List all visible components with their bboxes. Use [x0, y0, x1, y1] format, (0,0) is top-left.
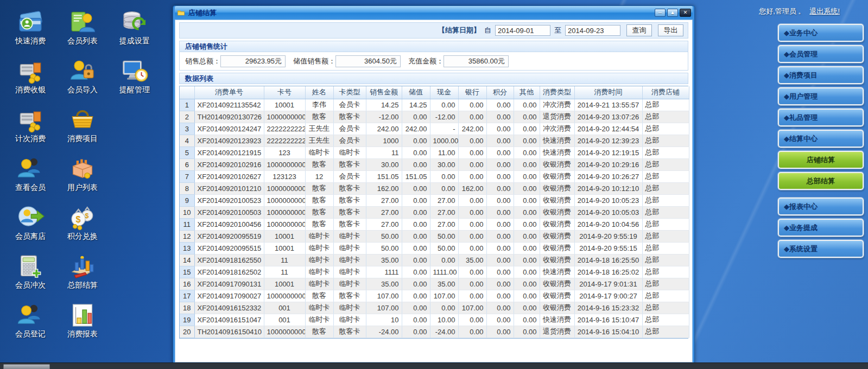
table-cell: 107.00: [458, 302, 486, 314]
sidebar-item-sub[interactable]: 店铺结算: [778, 151, 864, 169]
table-cell: 临时卡: [305, 302, 333, 314]
table-row[interactable]: 4XF201409201239232222222222王先生会员卡10000.0…: [180, 135, 689, 147]
column-header[interactable]: 现金: [430, 86, 458, 99]
table-row[interactable]: 3XF201409201242472222222222王先生会员卡242.002…: [180, 123, 689, 135]
desktop-column: 快速消费消费收银计次消费查看会员会员离店会员冲次会员登记: [5, 9, 55, 351]
column-header[interactable]: 销售金额: [366, 86, 402, 99]
from-label: 自: [484, 26, 491, 35]
sales-stats-row: 销售总额： 29623.95元 储值销售额： 3604.50元 充值金额： 35…: [179, 52, 688, 71]
desktop-shortcut[interactable]: 用户列表: [58, 155, 107, 204]
table-cell: -12.00: [430, 111, 458, 123]
table-row[interactable]: 1XF2014092113554210001李伟会员卡14.2514.250.0…: [180, 99, 689, 111]
date-to-input[interactable]: [565, 25, 620, 36]
column-header[interactable]: 消费单号: [194, 86, 264, 99]
logout-link[interactable]: 退出系统!: [809, 7, 840, 15]
sidebar-item-menu[interactable]: ◆礼品管理: [778, 109, 864, 126]
column-header[interactable]: 储值: [402, 86, 430, 99]
desktop-shortcut[interactable]: $$积分兑换: [58, 204, 107, 253]
desktop-shortcut-label: 用户列表: [67, 183, 98, 193]
column-header[interactable]: 卡号: [264, 86, 305, 99]
table-row[interactable]: 2TH201409201307261000000000散客散客卡-12.000.…: [180, 111, 689, 123]
table-row[interactable]: 13XF2014092009551510001临时卡临时卡50.000.0050…: [180, 242, 689, 254]
sidebar-item-menu[interactable]: ◆报表中心: [778, 198, 864, 215]
search-button[interactable]: 查询: [626, 24, 652, 36]
table-cell: 0.00: [514, 123, 540, 135]
desktop-shortcut[interactable]: 消费报表: [58, 302, 107, 351]
table-cell: 收银消费: [540, 254, 574, 266]
table-cell: 27.00: [430, 206, 458, 218]
desktop-shortcut[interactable]: 提醒管理: [110, 58, 160, 106]
row-number-cell: 18: [180, 302, 194, 314]
column-header[interactable]: 消费店铺: [642, 86, 689, 99]
table-cell: XF20140920102627: [194, 170, 264, 182]
desktop-shortcut[interactable]: 快速消费: [5, 9, 55, 58]
table-row[interactable]: 10XF201409201005031000000000散客散客卡27.000.…: [180, 206, 689, 218]
table-cell: 0.00: [486, 314, 514, 326]
row-number-cell: 15: [180, 266, 194, 278]
table-cell: 总部: [642, 242, 689, 254]
column-header[interactable]: 卡类型: [333, 86, 366, 99]
table-cell: 0.00: [486, 135, 514, 147]
column-header[interactable]: 银行: [458, 86, 486, 99]
desktop-shortcut[interactable]: 消费收银: [5, 58, 55, 106]
table-cell: 冲次消费: [540, 99, 574, 111]
sidebar-item-menu[interactable]: ◆业务中心: [778, 24, 864, 42]
table-cell: 10001: [264, 230, 305, 242]
table-cell: 35.00: [366, 254, 402, 266]
table-cell: 0.00: [458, 206, 486, 218]
table-row[interactable]: 20TH201409161504101000000000散客散客卡-24.000…: [180, 326, 689, 338]
desktop-shortcut[interactable]: 会员冲次: [5, 253, 55, 302]
desktop-shortcut[interactable]: 消费项目: [58, 106, 107, 155]
sidebar-item-menu[interactable]: ◆消费项目: [778, 66, 864, 84]
desktop-column: 提成设置提醒管理: [110, 9, 160, 351]
table-cell: 0.00: [514, 99, 540, 111]
total-sales-label: 销售总额：: [185, 56, 220, 66]
column-header[interactable]: 消费类型: [540, 86, 574, 99]
table-row[interactable]: 16XF2014091709013110001临时卡临时卡35.000.0035…: [180, 278, 689, 290]
date-from-input[interactable]: [495, 25, 550, 36]
sidebar-item-menu[interactable]: ◆业务提成: [778, 219, 864, 237]
desktop-shortcut[interactable]: 会员离店: [5, 204, 55, 253]
column-header[interactable]: 其他: [514, 86, 540, 99]
table-cell: 0.00: [430, 182, 458, 194]
sidebar-item-menu[interactable]: ◆结算中心: [778, 130, 864, 148]
desktop-shortcut[interactable]: 提成设置: [110, 9, 160, 58]
desktop-shortcut[interactable]: 会员登记: [5, 302, 55, 351]
sidebar-item-menu[interactable]: ◆系统设置: [778, 240, 864, 258]
table-row[interactable]: 7XF2014092010262712312312会员卡151.05151.05…: [180, 170, 689, 182]
table-row[interactable]: 8XF201409201012101000000000散客散客卡162.000.…: [180, 182, 689, 194]
column-header[interactable]: 消费时间: [574, 86, 642, 99]
desktop-shortcut[interactable]: 会员列表: [58, 9, 107, 58]
table-row[interactable]: 15XF2014091816250211临时卡临时卡11110.001111.0…: [180, 266, 689, 278]
sidebar-item-sub[interactable]: 总部结算: [778, 172, 864, 190]
table-row[interactable]: 12XF2014092009551910001临时卡临时卡50.000.0050…: [180, 230, 689, 242]
row-number-header[interactable]: [180, 86, 194, 99]
table-row[interactable]: 17XF201409170900271000000000散客散客卡107.000…: [180, 290, 689, 302]
table-row[interactable]: 19XF20140916151047001临时卡临时卡100.0010.000.…: [180, 314, 689, 326]
table-row[interactable]: 14XF2014091816255011临时卡临时卡35.000.000.003…: [180, 254, 689, 266]
table-row[interactable]: 18XF20140916152332001临时卡临时卡107.000.000.0…: [180, 302, 689, 314]
table-cell: 0.00: [486, 182, 514, 194]
sidebar-item-menu[interactable]: ◆用户管理: [778, 87, 864, 105]
table-row[interactable]: 6XF201409201029161000000000散客散客卡30.000.0…: [180, 158, 689, 170]
export-button[interactable]: 导出: [658, 24, 683, 36]
desktop-shortcut[interactable]: 会员导入: [58, 58, 107, 106]
desktop-shortcut[interactable]: 计次消费: [5, 106, 55, 155]
table-row[interactable]: 9XF201409201005231000000000散客散客卡27.000.0…: [180, 194, 689, 206]
close-button[interactable]: ✕: [680, 9, 691, 17]
desktop-shortcut-label: 快速消费: [15, 36, 46, 46]
table-row[interactable]: 11XF201409201004561000000000散客散客卡27.000.…: [180, 218, 689, 230]
window-content: 【结算日期】 自 至 查询 导出 店铺销售统计 销售总额： 29623.95元 …: [175, 20, 693, 362]
sidebar-item-menu[interactable]: ◆会员管理: [778, 45, 864, 63]
desktop-shortcut[interactable]: 总部结算: [58, 253, 107, 302]
table-row[interactable]: 5XF20140920121915123临时卡临时卡110.0011.000.0…: [180, 147, 689, 158]
minimize-button[interactable]: ─: [655, 9, 666, 17]
maximize-button[interactable]: ▲: [667, 9, 678, 17]
column-header[interactable]: 积分: [486, 86, 514, 99]
table-cell: XF20140920121915: [194, 147, 264, 158]
column-header[interactable]: 姓名: [305, 86, 333, 99]
desktop-shortcut-label: 积分兑换: [67, 232, 98, 241]
taskbar-button[interactable]: [3, 364, 50, 369]
desktop-shortcut[interactable]: 查看会员: [5, 155, 55, 204]
window-titlebar[interactable]: 店铺结算 ─ ▲ ✕: [175, 6, 693, 20]
